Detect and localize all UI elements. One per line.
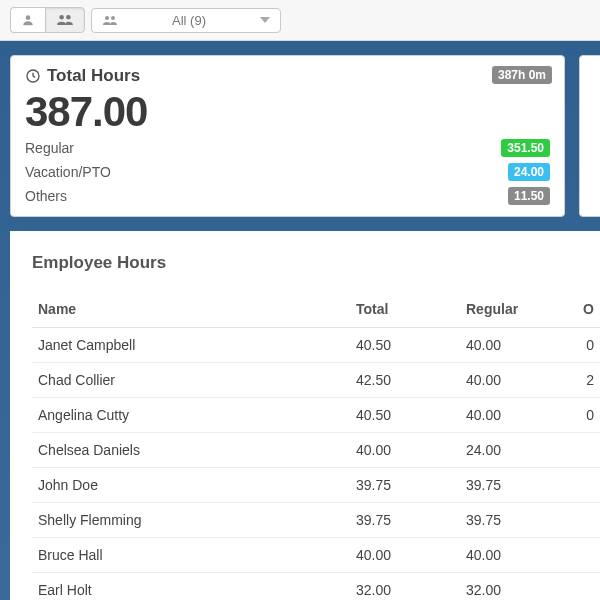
cell-ot [570, 538, 600, 573]
cell-ot: 0 [570, 398, 600, 433]
cell-name: John Doe [32, 468, 350, 503]
table-row[interactable]: Angelina Cutty40.5040.000 [32, 398, 600, 433]
stat-row-others: Others 11.50 [25, 184, 550, 208]
cell-regular: 39.75 [460, 468, 570, 503]
cell-name: Angelina Cutty [32, 398, 350, 433]
cell-name: Chelsea Daniels [32, 433, 350, 468]
table-row[interactable]: John Doe39.7539.75 [32, 468, 600, 503]
col-total[interactable]: Total [350, 293, 460, 328]
total-hours-card: Total Hours 387h 0m 387.00 Regular 351.5… [10, 55, 565, 217]
cell-total: 40.50 [350, 398, 460, 433]
summary-cards-row: Total Hours 387h 0m 387.00 Regular 351.5… [0, 41, 600, 231]
svg-point-0 [26, 15, 31, 20]
col-name[interactable]: Name [32, 293, 350, 328]
cell-ot [570, 503, 600, 538]
col-regular[interactable]: Regular [460, 293, 570, 328]
group-users-button[interactable] [45, 7, 85, 33]
cell-ot [570, 433, 600, 468]
cell-total: 42.50 [350, 363, 460, 398]
stat-value: 24.00 [508, 163, 550, 181]
svg-point-3 [105, 16, 109, 20]
col-ot[interactable]: O [570, 293, 600, 328]
cell-total: 40.00 [350, 433, 460, 468]
cell-ot: 0 [570, 328, 600, 363]
employee-hours-table: Name Total Regular O Janet Campbell40.50… [32, 293, 600, 600]
stat-label: Others [25, 188, 67, 204]
card-header: Total Hours [25, 66, 550, 86]
cell-regular: 40.00 [460, 538, 570, 573]
cell-ot [570, 468, 600, 503]
cell-regular: 24.00 [460, 433, 570, 468]
cell-regular: 40.00 [460, 398, 570, 433]
users-icon [102, 14, 118, 27]
toolbar: All (9) [0, 0, 600, 41]
cell-total: 39.75 [350, 468, 460, 503]
employee-hours-panel: Employee Hours Name Total Regular O Jane… [10, 231, 600, 600]
total-hours-badge: 387h 0m [492, 66, 552, 84]
table-row[interactable]: Chelsea Daniels40.0024.00 [32, 433, 600, 468]
group-filter-dropdown[interactable]: All (9) [91, 8, 281, 33]
cell-regular: 39.75 [460, 503, 570, 538]
table-row[interactable]: Earl Holt32.0032.00 [32, 573, 600, 601]
cell-name: Shelly Flemming [32, 503, 350, 538]
cell-name: Earl Holt [32, 573, 350, 601]
cell-total: 32.00 [350, 573, 460, 601]
table-row[interactable]: Chad Collier42.5040.002 [32, 363, 600, 398]
user-icon [21, 13, 35, 27]
svg-point-1 [59, 15, 64, 20]
total-hours-value: 387.00 [25, 88, 550, 136]
group-filter-label: All (9) [128, 13, 250, 28]
stat-label: Regular [25, 140, 74, 156]
users-icon [56, 13, 74, 27]
table-row[interactable]: Shelly Flemming39.7539.75 [32, 503, 600, 538]
panel-title: Employee Hours [32, 253, 600, 273]
stat-label: Vacation/PTO [25, 164, 111, 180]
stat-row-regular: Regular 351.50 [25, 136, 550, 160]
svg-point-4 [111, 16, 115, 20]
table-row[interactable]: Bruce Hall40.0040.00 [32, 538, 600, 573]
stat-value: 11.50 [508, 187, 550, 205]
svg-point-2 [66, 15, 71, 20]
cell-ot: 2 [570, 363, 600, 398]
chevron-down-icon [260, 17, 270, 23]
cell-name: Chad Collier [32, 363, 350, 398]
cell-total: 40.00 [350, 538, 460, 573]
cell-regular: 40.00 [460, 363, 570, 398]
card-title: Total Hours [47, 66, 140, 86]
clock-icon [25, 68, 41, 84]
cell-total: 40.50 [350, 328, 460, 363]
table-header-row: Name Total Regular O [32, 293, 600, 328]
cell-name: Janet Campbell [32, 328, 350, 363]
table-row[interactable]: Janet Campbell40.5040.000 [32, 328, 600, 363]
cell-name: Bruce Hall [32, 538, 350, 573]
cell-regular: 40.00 [460, 328, 570, 363]
single-user-button[interactable] [10, 7, 45, 33]
cell-ot [570, 573, 600, 601]
stat-value: 351.50 [501, 139, 550, 157]
next-card-peek [579, 55, 600, 217]
cell-regular: 32.00 [460, 573, 570, 601]
stat-row-vacation: Vacation/PTO 24.00 [25, 160, 550, 184]
cell-total: 39.75 [350, 503, 460, 538]
view-toggle-group [10, 7, 85, 33]
